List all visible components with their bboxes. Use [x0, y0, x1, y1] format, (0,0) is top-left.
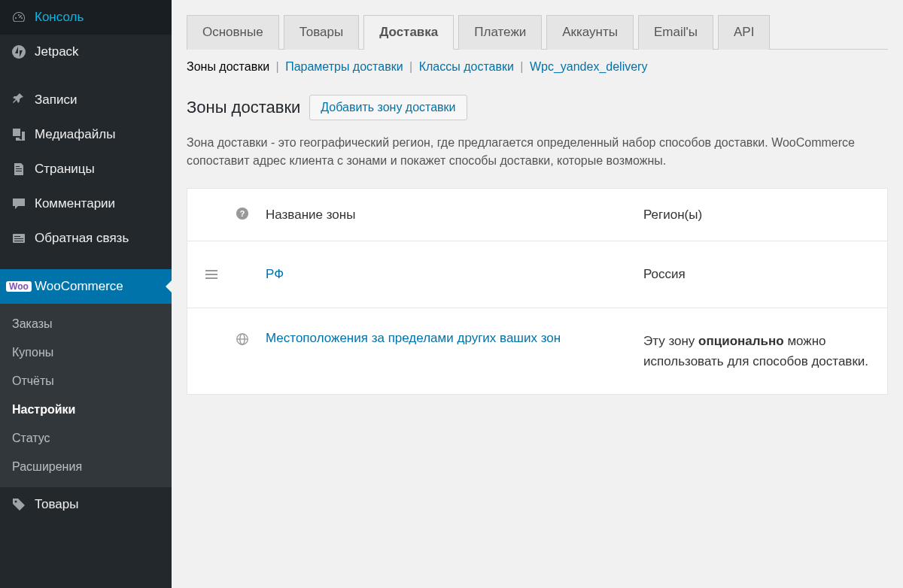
- feedback-icon: [11, 230, 27, 247]
- sidebar-item-products[interactable]: Товары: [0, 487, 172, 522]
- svg-text:?: ?: [240, 209, 245, 218]
- sidebar-label: WooCommerce: [35, 279, 123, 294]
- zone-region: Россия: [643, 267, 869, 282]
- sidebar-item-woocommerce[interactable]: Woo WooCommerce: [0, 269, 172, 304]
- submenu-extensions[interactable]: Расширения: [0, 453, 172, 481]
- pin-icon: [11, 92, 27, 108]
- rest-of-world-row: Местоположения за пределами других ваших…: [187, 308, 887, 395]
- sidebar-label: Jetpack: [35, 44, 79, 59]
- media-icon: [11, 126, 27, 143]
- tab-products[interactable]: Товары: [284, 15, 359, 50]
- sidebar-label: Комментарии: [35, 196, 115, 211]
- jetpack-icon: [11, 44, 27, 60]
- svg-point-0: [12, 45, 26, 59]
- sidebar-label: Обратная связь: [35, 231, 129, 246]
- sidebar-item-jetpack[interactable]: Jetpack: [0, 35, 172, 69]
- main-content: Основные Товары Доставка Платежи Аккаунт…: [172, 0, 903, 588]
- pages-icon: [11, 161, 27, 177]
- rest-zone-link[interactable]: Местоположения за пределами других ваших…: [266, 331, 561, 345]
- shipping-subtabs: Зоны доставки | Параметры доставки | Кла…: [187, 50, 888, 84]
- comments-icon: [11, 195, 27, 212]
- tab-general[interactable]: Основные: [187, 15, 279, 50]
- page-heading: Зоны доставки: [187, 98, 300, 117]
- subtab-zones[interactable]: Зоны доставки: [187, 60, 269, 73]
- submenu-orders[interactable]: Заказы: [0, 310, 172, 338]
- tab-accounts[interactable]: Аккаунты: [546, 15, 634, 50]
- subtab-options[interactable]: Параметры доставки: [285, 60, 403, 73]
- zone-name-link[interactable]: РФ: [266, 267, 284, 281]
- tab-checkout[interactable]: Платежи: [458, 15, 542, 50]
- table-header-row: ? Название зоны Регион(ы): [187, 189, 887, 241]
- sidebar-item-pages[interactable]: Страницы: [0, 152, 172, 186]
- add-zone-button[interactable]: Добавить зону доставки: [309, 95, 467, 120]
- submenu-reports[interactable]: Отчёты: [0, 367, 172, 396]
- zone-row: РФ Россия: [187, 241, 887, 308]
- submenu-coupons[interactable]: Купоны: [0, 338, 172, 367]
- dashboard-icon: [11, 9, 27, 26]
- submenu-settings[interactable]: Настройки: [0, 396, 172, 424]
- admin-sidebar: Консоль Jetpack Записи Медиафайлы Страни…: [0, 0, 172, 588]
- submenu-status[interactable]: Статус: [0, 424, 172, 453]
- sidebar-item-comments[interactable]: Комментарии: [0, 186, 172, 221]
- tab-shipping[interactable]: Доставка: [363, 15, 454, 50]
- subtab-yandex[interactable]: Wpc_yandex_delivery: [530, 60, 648, 73]
- sidebar-label: Товары: [35, 497, 78, 512]
- page-description: Зона доставки - это географический регио…: [187, 134, 888, 170]
- zones-table: ? Название зоны Регион(ы) РФ Россия Мест…: [187, 188, 888, 395]
- sidebar-label: Консоль: [35, 10, 84, 25]
- sidebar-label: Медиафайлы: [35, 127, 115, 142]
- tag-icon: [11, 496, 27, 513]
- tab-api[interactable]: API: [718, 15, 770, 50]
- sidebar-item-media[interactable]: Медиафайлы: [0, 117, 172, 152]
- sidebar-label: Записи: [35, 92, 77, 108]
- sidebar-label: Страницы: [35, 162, 95, 177]
- woocommerce-submenu: Заказы Купоны Отчёты Настройки Статус Ра…: [0, 304, 172, 487]
- col-header-region: Регион(ы): [643, 208, 869, 223]
- sidebar-item-dashboard[interactable]: Консоль: [0, 0, 172, 35]
- woo-icon: Woo: [11, 278, 27, 295]
- settings-tabs: Основные Товары Доставка Платежи Аккаунт…: [187, 15, 888, 50]
- col-header-name: Название зоны: [266, 208, 643, 223]
- rest-zone-region: Эту зону опционально можно использовать …: [643, 331, 869, 371]
- svg-point-2: [15, 501, 17, 503]
- globe-icon: [236, 331, 266, 348]
- sidebar-item-posts[interactable]: Записи: [0, 83, 172, 117]
- tab-emails[interactable]: Email'ы: [638, 15, 713, 50]
- help-icon[interactable]: ?: [236, 207, 266, 223]
- sidebar-item-feedback[interactable]: Обратная связь: [0, 221, 172, 256]
- subtab-classes[interactable]: Классы доставки: [419, 60, 514, 73]
- drag-handle-icon[interactable]: [205, 270, 236, 279]
